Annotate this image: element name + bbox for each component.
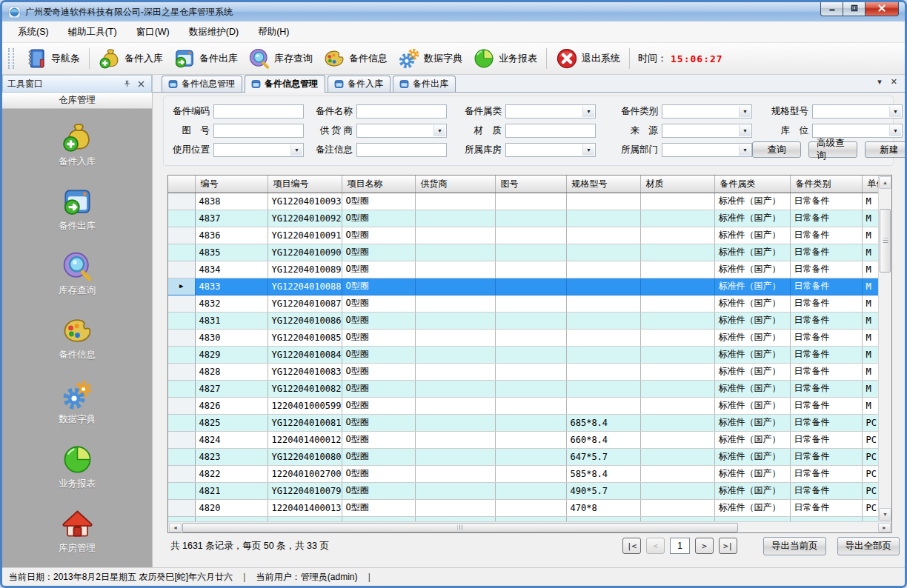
column-header-8[interactable]: 备件类别 (790, 176, 862, 193)
toolbar-button-exit[interactable]: 退出系统 (551, 45, 625, 72)
row-selector[interactable] (168, 465, 195, 482)
row-selector[interactable] (168, 448, 195, 465)
row-selector[interactable] (168, 363, 195, 380)
menu-item-4[interactable]: 帮助(H) (248, 22, 299, 42)
part-category-select[interactable]: ▼ (505, 104, 596, 118)
sidebar-item-report[interactable]: 业务报表 (59, 444, 96, 490)
current-page-input[interactable]: 1 (670, 538, 690, 554)
query-button[interactable]: 查询 (752, 141, 801, 158)
table-row[interactable]: 48201220401400013O型圈470*8标准件（国产）日常备件PC (168, 499, 878, 516)
scroll-down-icon[interactable]: ▼ (879, 508, 891, 521)
export-all-pages-button[interactable]: 导出全部页 (837, 537, 900, 555)
toolbar-button-part-out[interactable]: 备件出库 (168, 45, 243, 72)
row-selector[interactable] (168, 380, 195, 397)
new-button[interactable]: 新建 (865, 141, 907, 158)
table-row[interactable]: 4830YG12204010085O型圈标准件（国产）日常备件M (168, 329, 878, 346)
row-selector[interactable] (168, 431, 195, 448)
pin-icon[interactable] (121, 78, 133, 90)
table-row[interactable]: 4828YG12204010083O型圈标准件（国产）日常备件M (168, 363, 878, 380)
warehouse-select[interactable]: ▼ (505, 143, 596, 157)
row-selector[interactable] (168, 329, 195, 346)
column-header-6[interactable]: 材质 (640, 176, 714, 193)
sidebar-item-part-in[interactable]: 备件入库 (59, 121, 96, 168)
table-row[interactable]: 48221220401002700O型圈585*8.4标准件（国产）日常备件PC (168, 465, 878, 482)
column-header-9[interactable]: 单位 (862, 176, 878, 193)
row-selector[interactable] (168, 414, 195, 431)
use-position-select[interactable]: ▼ (213, 143, 304, 157)
tab-2[interactable]: 备件入库 (328, 76, 391, 92)
table-row[interactable]: 4829YG12204010084O型圈标准件（国产）日常备件M (168, 346, 878, 363)
table-row[interactable]: 48241220401400012O型圈660*8.4标准件（国产）日常备件PC (168, 431, 878, 448)
menu-item-3[interactable]: 数据维护(D) (179, 22, 248, 42)
first-page-button[interactable]: |< (622, 538, 641, 554)
sidebar-item-part-info[interactable]: 备件信息 (59, 315, 96, 361)
table-row[interactable]: 4825YG12204010081O型圈685*8.4标准件（国产）日常备件PC (168, 414, 878, 431)
row-selector[interactable] (168, 210, 195, 227)
vertical-scrollbar[interactable]: ▲ ▼ (878, 176, 891, 521)
toolbar-grip[interactable] (8, 48, 14, 69)
remark-input[interactable] (356, 143, 447, 157)
tab-3[interactable]: 备件出库 (393, 76, 456, 92)
sidebar-item-part-out[interactable]: 备件出库 (59, 186, 96, 233)
part-type-select[interactable]: ▼ (662, 104, 752, 118)
table-row[interactable]: ▶4833YG12204010088O型圈标准件（国产）日常备件M (168, 278, 878, 295)
prev-page-button[interactable]: < (646, 538, 665, 554)
minimize-button[interactable] (820, 1, 843, 16)
close-button[interactable] (865, 1, 899, 16)
table-row[interactable]: 4827YG12204010082O型圈标准件（国产）日常备件M (168, 380, 878, 397)
last-page-button[interactable]: >| (719, 538, 737, 554)
scroll-up-icon[interactable]: ▲ (879, 176, 891, 189)
chevron-down-icon[interactable]: ▾ (877, 78, 882, 86)
row-selector[interactable] (168, 295, 195, 312)
row-selector[interactable] (168, 482, 195, 499)
toolbar-button-stock-query[interactable]: 库存查询 (243, 45, 318, 72)
maximize-button[interactable] (843, 1, 865, 16)
material-input[interactable] (505, 124, 596, 138)
drawing-no-input[interactable] (213, 124, 304, 138)
column-header-7[interactable]: 备件属类 (714, 176, 790, 193)
next-page-button[interactable]: > (695, 538, 714, 554)
close-icon[interactable]: ✕ (891, 78, 897, 86)
column-header-4[interactable]: 图号 (495, 176, 566, 193)
toolbar-button-part-info[interactable]: 备件信息 (318, 45, 393, 72)
table-row[interactable]: 4834YG12204010089O型圈标准件（国产）日常备件M (168, 261, 878, 278)
row-selector[interactable] (168, 397, 195, 414)
sidebar-item-data-dict[interactable]: 数据字典 (59, 379, 96, 426)
row-selector[interactable] (168, 312, 195, 329)
table-row[interactable]: 4837YG12204010092O型圈标准件（国产）日常备件M (168, 210, 878, 227)
menu-item-2[interactable]: 窗口(W) (127, 22, 179, 42)
row-selector[interactable] (168, 227, 195, 244)
table-row[interactable]: 4823YG12204010080O型圈647*5.7标准件（国产）日常备件PC (168, 448, 878, 465)
sidebar-item-stock-query[interactable]: 库存查询 (59, 250, 96, 297)
tab-1[interactable]: 备件信息管理 (245, 75, 325, 93)
row-selector[interactable]: ▶ (168, 278, 195, 295)
table-row[interactable]: 4821YG12204010079O型圈490*5.7标准件（国产）日常备件PC (168, 482, 878, 499)
supplier-select[interactable]: ▼ (356, 124, 447, 138)
advanced-query-button[interactable]: 高级查询 (808, 141, 857, 158)
vertical-scroll-thumb[interactable] (880, 209, 891, 273)
table-row[interactable]: 4835YG12204010090O型圈标准件（国产）日常备件M (168, 244, 878, 261)
scroll-right-icon[interactable]: ► (878, 523, 891, 532)
spec-model-select[interactable]: ▼ (812, 104, 903, 118)
menu-item-1[interactable]: 辅助工具(T) (59, 22, 127, 42)
table-row[interactable]: 4832YG12204010087O型圈标准件（国产）日常备件M (168, 295, 878, 312)
column-header-3[interactable]: 供货商 (415, 176, 495, 193)
column-header-0[interactable]: 编号 (195, 176, 268, 193)
part-name-input[interactable] (356, 104, 447, 118)
column-header-5[interactable]: 规格型号 (566, 176, 640, 193)
toolbar-button-data-dict[interactable]: 数据字典 (393, 45, 468, 72)
tab-0[interactable]: 备件信息管理 (162, 76, 242, 92)
horizontal-scrollbar[interactable]: ◄ ► (168, 521, 891, 532)
menu-item-0[interactable]: 系统(S) (8, 22, 59, 42)
column-header-1[interactable]: 项目编号 (268, 176, 342, 193)
toolbar-button-part-in[interactable]: 备件入库 (93, 45, 168, 72)
row-selector[interactable] (168, 346, 195, 363)
sidebar-item-warehouse[interactable]: 库房管理 (59, 508, 96, 555)
toolbar-button-navbar[interactable]: 导航条 (20, 45, 85, 72)
row-selector[interactable] (168, 499, 195, 516)
close-icon[interactable] (135, 78, 147, 90)
toolbar-button-report[interactable]: 业务报表 (468, 45, 542, 72)
department-select[interactable]: ▼ (662, 143, 752, 157)
table-row[interactable]: 4831YG12204010086O型圈标准件（国产）日常备件M (168, 312, 878, 329)
table-row[interactable]: 4838YG12204010093O型圈标准件（国产）日常备件M (168, 193, 878, 210)
